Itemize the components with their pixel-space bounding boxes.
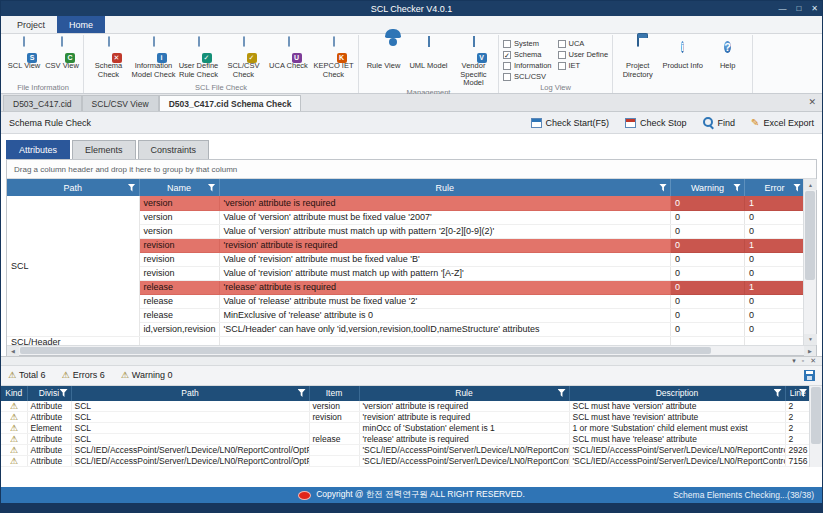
- log-checkbox-information[interactable]: Information: [503, 61, 552, 70]
- document-tab[interactable]: D503_C417.cid: [3, 95, 82, 111]
- minimize-button[interactable]: —: [778, 4, 786, 13]
- scroll-up-icon[interactable]: ▲: [804, 179, 817, 190]
- information-model-check-button[interactable]: i Information Model Check: [131, 36, 176, 79]
- scrollbar-thumb[interactable]: [811, 387, 821, 444]
- chevron-down-icon[interactable]: ▾: [792, 357, 796, 365]
- log-checkbox-user-define[interactable]: User Define: [558, 50, 609, 59]
- log-row[interactable]: ⚠ Attribute SCL release 'release' attrib…: [1, 434, 811, 445]
- filter-icon[interactable]: [208, 184, 216, 192]
- log-checkbox-scl-csv[interactable]: SCL/CSV: [503, 72, 552, 81]
- find-button[interactable]: Find: [703, 117, 736, 128]
- project-directory-button[interactable]: Project Directory: [615, 36, 660, 79]
- column-header-error[interactable]: Error: [745, 179, 805, 196]
- check-stop-button[interactable]: Check Stop: [625, 118, 687, 128]
- scl-csv-check-button[interactable]: ✓ SCL/CSV Check: [221, 36, 266, 79]
- log-row[interactable]: ⚠ Attribute SCL/IED/AccessPoint/Server/L…: [1, 456, 811, 467]
- scroll-right-icon[interactable]: ▶: [804, 346, 816, 356]
- uml-model-button[interactable]: UML Model: [406, 36, 451, 71]
- menu-tab-label: Project: [17, 20, 45, 30]
- warning-icon: ⚠: [10, 423, 18, 433]
- description-cell: 'SCL/IED/AccessPoint/Server/LDevice/LN0/…: [569, 456, 785, 467]
- ribbon-group-management: Rule View UML Model V Vendor Specific Mo…: [359, 35, 499, 93]
- error-cell: 0: [745, 224, 805, 238]
- column-header-line[interactable]: Line: [785, 386, 811, 401]
- close-icon[interactable]: ✕: [808, 97, 816, 107]
- log-row[interactable]: ⚠ Attribute SCL revision 'revision' attr…: [1, 412, 811, 423]
- horizontal-scrollbar[interactable]: ◀ ▶: [7, 345, 816, 355]
- column-header-division[interactable]: Divisi: [27, 386, 71, 401]
- tab-elements[interactable]: Elements: [72, 140, 136, 159]
- check-start-button[interactable]: Check Start(F5): [531, 118, 610, 128]
- user-define-rule-check-button[interactable]: ✓ User Define Rule Check: [176, 36, 221, 79]
- ribbon-item-label: SCL View: [8, 62, 41, 71]
- item-cell: version: [309, 401, 359, 412]
- document-tab[interactable]: D503_C417.cid Schema Check: [159, 95, 302, 111]
- checkbox-icon: [503, 40, 511, 48]
- filter-icon[interactable]: [558, 389, 566, 397]
- column-header-rule[interactable]: Rule: [219, 179, 671, 196]
- scroll-left-icon[interactable]: ◀: [7, 346, 19, 356]
- empty-area: [1, 467, 822, 487]
- close-icon[interactable]: ✕: [810, 357, 816, 365]
- column-header-item[interactable]: Item: [309, 386, 359, 401]
- rule-cell: 'SCL/Header' can have only 'id,version,r…: [219, 322, 671, 336]
- log-row[interactable]: ⚠ Element SCL minOcc of 'Substation' ele…: [1, 423, 811, 434]
- log-table: Kind Divisi Path Item Rule Description L…: [1, 386, 822, 468]
- column-header-description[interactable]: Description: [569, 386, 785, 401]
- ribbon-item-label: SCL/CSV Check: [221, 62, 266, 79]
- log-row[interactable]: ⚠ Attribute SCL version 'version' attrib…: [1, 401, 811, 412]
- log-checkbox-iet[interactable]: IET: [558, 61, 609, 70]
- rule-row[interactable]: SCL version 'version' attribute is requi…: [7, 196, 805, 210]
- schema-check-button[interactable]: ✕ Schema Check: [86, 36, 131, 79]
- document-tab[interactable]: SCL/CSV View: [82, 95, 159, 111]
- filter-icon[interactable]: [793, 184, 801, 192]
- excel-export-button[interactable]: ✎Excel Export: [751, 118, 814, 128]
- tab-attributes[interactable]: Attributes: [6, 140, 70, 159]
- log-checkbox-uca[interactable]: UCA: [558, 39, 609, 48]
- column-header-rule[interactable]: Rule: [359, 386, 569, 401]
- filter-icon[interactable]: [128, 184, 136, 192]
- kepco-iet-check-button[interactable]: K KEPCO IET Check: [311, 36, 356, 79]
- group-by-bar[interactable]: Drag a column header and drop it here to…: [7, 160, 816, 179]
- column-header-warning[interactable]: Warning: [671, 179, 745, 196]
- scl-view-button[interactable]: S SCL View: [5, 36, 43, 71]
- tab-constraints[interactable]: Constraints: [138, 140, 210, 159]
- rule-view-icon: [373, 38, 395, 61]
- help-button[interactable]: ? Help: [705, 36, 750, 71]
- division-cell: Attribute: [27, 445, 71, 456]
- menu-tab-home[interactable]: Home: [57, 16, 105, 33]
- log-checkbox-system[interactable]: System: [503, 39, 552, 48]
- ribbon-group-name: [615, 83, 750, 93]
- menu-tab-project[interactable]: Project: [5, 16, 57, 33]
- filter-icon[interactable]: [774, 389, 782, 397]
- filter-icon[interactable]: [298, 389, 306, 397]
- filter-icon[interactable]: [60, 389, 68, 397]
- rule-cell: 'SCL/IED/AccessPoint/Server/LDevice/LN0/…: [359, 445, 569, 456]
- column-header-name[interactable]: Name: [139, 179, 219, 196]
- save-icon[interactable]: [804, 370, 815, 381]
- log-row[interactable]: ⚠ Attribute SCL/IED/AccessPoint/Server/L…: [1, 445, 811, 456]
- maximize-button[interactable]: □: [796, 4, 801, 13]
- rule-row-partial[interactable]: SCL/Header: [7, 336, 805, 345]
- product-info-button[interactable]: i Product Info: [660, 36, 705, 71]
- column-header-kind[interactable]: Kind: [1, 386, 27, 401]
- rule-view-button[interactable]: Rule View: [361, 36, 406, 71]
- vertical-scrollbar[interactable]: ▲ ▼: [803, 179, 816, 345]
- vendor-specific-model-button[interactable]: V Vendor Specific Model: [451, 36, 496, 88]
- pin-icon[interactable]: ▫: [802, 357, 804, 364]
- column-header-path[interactable]: Path: [71, 386, 309, 401]
- scrollbar-thumb[interactable]: [805, 191, 815, 280]
- vertical-scrollbar[interactable]: [809, 386, 822, 468]
- log-checkbox-schema[interactable]: Schema: [503, 50, 552, 59]
- scrollbar-thumb[interactable]: [20, 347, 711, 354]
- scroll-down-icon[interactable]: ▼: [804, 334, 817, 345]
- close-button[interactable]: ✕: [811, 4, 818, 13]
- button-label: Find: [718, 118, 736, 128]
- uca-check-button[interactable]: U UCA Check: [266, 36, 311, 71]
- filter-icon[interactable]: [733, 184, 741, 192]
- column-header-path[interactable]: Path: [7, 179, 139, 196]
- checkbox-icon: [503, 73, 511, 81]
- csv-view-button[interactable]: C CSV View: [43, 36, 81, 71]
- filter-icon[interactable]: [659, 184, 667, 192]
- division-cell: Attribute: [27, 456, 71, 467]
